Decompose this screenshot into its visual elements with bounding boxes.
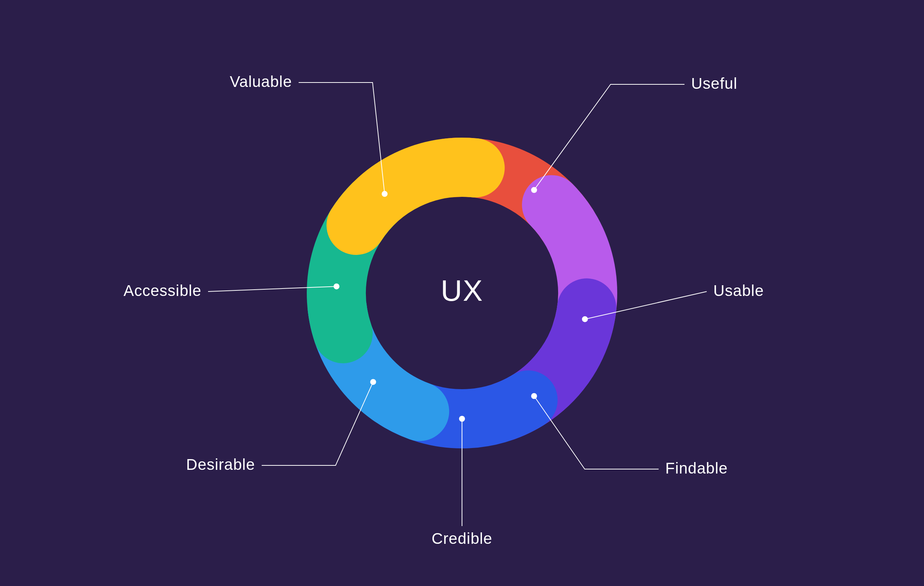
dot-findable bbox=[531, 393, 537, 399]
dot-desirable bbox=[370, 379, 376, 385]
label-accessible: Accessible bbox=[124, 282, 201, 299]
label-valuable: Valuable bbox=[230, 73, 292, 90]
dot-credible bbox=[459, 416, 465, 422]
center-label: UX bbox=[441, 274, 483, 307]
ux-ring-svg: UX UsefulUsableFindableCredibleDesirable… bbox=[0, 0, 924, 586]
label-findable: Findable bbox=[665, 460, 728, 477]
label-credible: Credible bbox=[432, 530, 492, 547]
label-usable: Usable bbox=[713, 282, 764, 299]
dot-valuable bbox=[382, 191, 388, 197]
label-desirable: Desirable bbox=[186, 456, 255, 473]
dot-useful bbox=[531, 187, 537, 193]
ux-honeycomb-diagram: UX UsefulUsableFindableCredibleDesirable… bbox=[0, 0, 924, 586]
segment-valuable bbox=[356, 167, 475, 225]
dot-accessible bbox=[333, 283, 339, 289]
label-useful: Useful bbox=[691, 75, 738, 92]
dot-usable bbox=[582, 316, 588, 322]
